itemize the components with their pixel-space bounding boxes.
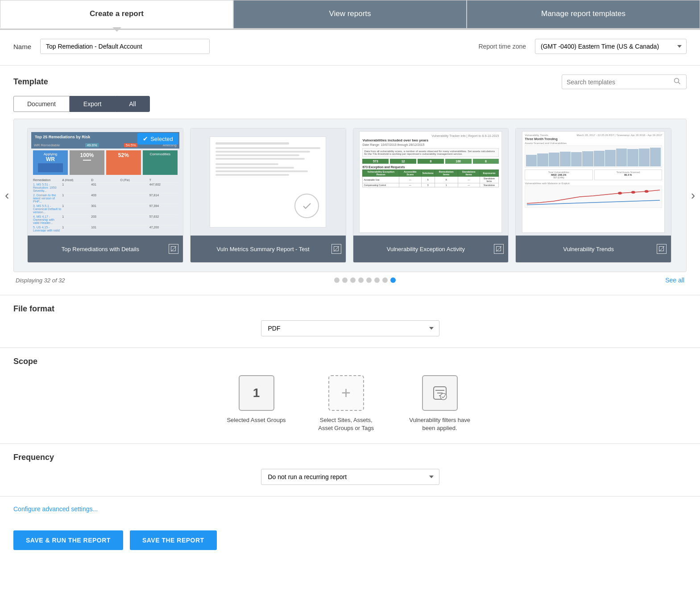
dot-4[interactable] xyxy=(358,277,364,283)
tab-all[interactable]: All xyxy=(115,96,150,112)
main-content: Name Report time zone (GMT -0400) Easter… xyxy=(0,30,700,568)
format-select[interactable]: PDF HTML XML CSV RTF xyxy=(261,320,439,336)
selected-badge: ✔ Selected xyxy=(137,133,178,145)
template-card-vuln-exception[interactable]: Vulnerability Tracker info | Report to 8… xyxy=(353,128,509,263)
tz-label: Report time zone xyxy=(478,43,526,50)
scope-item-vuln-filters[interactable]: Vulnerability filters have been applied. xyxy=(406,375,473,432)
file-format-title: File format xyxy=(13,304,54,313)
name-row: Name Report time zone (GMT -0400) Easter… xyxy=(13,39,687,54)
dot-5[interactable] xyxy=(366,277,372,283)
see-all-link[interactable]: See all xyxy=(665,277,684,284)
card-title-2: Vuln Metrics Summary Report - Test xyxy=(195,246,331,252)
template-card-vuln-trends[interactable]: Vulnerability Trends March 28, 2017 - 22… xyxy=(515,128,671,263)
frequency-section: Frequency Do not run a recurring report … xyxy=(13,453,687,485)
scope-section: Scope 1 Selected Asset Groups + Select S… xyxy=(13,357,687,432)
expand-icon-1[interactable] xyxy=(169,244,178,254)
asset-groups-icon-box: 1 xyxy=(239,375,274,411)
scope-item-asset-groups[interactable]: 1 Selected Asset Groups xyxy=(227,375,286,424)
name-label: Name xyxy=(13,43,31,50)
card-title-3: Vulnerability Exception Activity xyxy=(358,246,494,252)
pagination-row: Displaying 32 of 32 See all xyxy=(13,277,687,284)
card-footer-3: Vulnerability Exception Activity xyxy=(353,236,509,262)
dot-7[interactable] xyxy=(382,277,388,283)
card-image-3: Vulnerability Tracker info | Report to 8… xyxy=(353,128,509,236)
card-image-2 xyxy=(191,128,346,236)
name-input[interactable] xyxy=(40,39,210,54)
divider-2 xyxy=(0,295,700,295)
configure-link[interactable]: Configure advanced settings... xyxy=(13,505,687,513)
divider-5 xyxy=(0,496,700,497)
svg-point-9 xyxy=(631,191,635,194)
format-select-wrap: PDF HTML XML CSV RTF xyxy=(13,320,687,336)
card-footer-2: Vuln Metrics Summary Report - Test xyxy=(191,236,346,262)
carousel-inner: Top 25 Remediations by Risk WR Remediabl… xyxy=(27,128,673,263)
svg-point-8 xyxy=(618,192,622,194)
dot-1[interactable] xyxy=(334,277,340,283)
template-card-top-remediations[interactable]: Top 25 Remediations by Risk WR Remediabl… xyxy=(27,128,183,263)
card1-stats: Applying WR 100% ▬▬▬ 52% xyxy=(31,149,179,177)
template-section-header: Template xyxy=(13,74,687,89)
add-icon: + xyxy=(341,385,351,401)
template-card-vuln-metrics[interactable]: Vuln Metrics Summary Report - Test xyxy=(190,128,346,263)
svg-rect-2 xyxy=(171,247,175,251)
card-title-4: Vulnerability Trends xyxy=(520,246,657,252)
card-footer-4: Vulnerability Trends xyxy=(516,236,671,262)
svg-point-14 xyxy=(440,393,447,400)
dot-3[interactable] xyxy=(350,277,356,283)
add-sites-label: Select Sites, Assets, Asset Groups or Ta… xyxy=(313,416,380,432)
tab-export[interactable]: Export xyxy=(70,96,115,112)
freq-select-wrap: Do not run a recurring report Daily Week… xyxy=(13,469,687,485)
svg-rect-4 xyxy=(334,247,338,251)
carousel-next-button[interactable]: › xyxy=(691,188,695,203)
search-icon xyxy=(674,78,681,86)
add-sites-icon-box: + xyxy=(328,375,364,411)
svg-point-10 xyxy=(645,190,649,193)
svg-rect-11 xyxy=(659,247,664,251)
svg-line-1 xyxy=(678,82,680,84)
dot-6[interactable] xyxy=(374,277,380,283)
svg-rect-6 xyxy=(497,247,501,251)
nav-tab-create[interactable]: Create a report xyxy=(0,0,233,29)
frequency-select[interactable]: Do not run a recurring report Daily Week… xyxy=(261,469,439,485)
search-box xyxy=(562,74,687,89)
scope-item-add-sites[interactable]: + Select Sites, Assets, Asset Groups or … xyxy=(313,375,380,432)
asset-groups-number: 1 xyxy=(253,386,260,400)
vuln-filters-label: Vulnerability filters have been applied. xyxy=(406,416,473,432)
scope-title: Scope xyxy=(13,357,37,366)
dot-2[interactable] xyxy=(342,277,348,283)
file-format-section: File format PDF HTML XML CSV RTF xyxy=(13,304,687,336)
template-section-title: Template xyxy=(13,77,48,87)
nav-tab-view[interactable]: View reports xyxy=(233,0,467,29)
timezone-select[interactable]: (GMT -0400) Eastern Time (US & Canada) xyxy=(535,39,687,54)
asset-groups-label: Selected Asset Groups xyxy=(227,416,286,424)
vuln-filters-icon-box xyxy=(422,375,458,411)
nav-tab-manage[interactable]: Manage report templates xyxy=(467,0,700,29)
save-run-button[interactable]: SAVE & RUN THE REPORT xyxy=(13,530,123,550)
top-nav: Create a report View reports Manage repo… xyxy=(0,0,700,30)
expand-icon-4[interactable] xyxy=(657,244,667,254)
expand-icon-2[interactable] xyxy=(331,244,341,254)
card-title-1: Top Remediations with Details xyxy=(32,246,169,252)
card-footer-1: Top Remediations with Details xyxy=(28,236,183,262)
displaying-text: Displaying 32 of 32 xyxy=(16,277,65,284)
carousel-prev-button[interactable]: ‹ xyxy=(5,188,9,203)
frequency-title: Frequency xyxy=(13,453,54,462)
expand-icon-3[interactable] xyxy=(494,244,504,254)
dot-8[interactable] xyxy=(390,277,396,283)
divider-4 xyxy=(0,443,700,444)
divider-1 xyxy=(0,65,700,66)
card1-table: RemediationA (Host)DO (Fix)T 1. MS 5.51 … xyxy=(31,177,179,232)
save-button[interactable]: SAVE THE REPORT xyxy=(130,530,217,550)
scope-icons: 1 Selected Asset Groups + Select Sites, … xyxy=(13,375,687,432)
divider-3 xyxy=(0,348,700,348)
tab-document[interactable]: Document xyxy=(13,96,70,112)
action-buttons: SAVE & RUN THE REPORT SAVE THE REPORT xyxy=(13,521,687,559)
template-carousel: ‹ Top 25 Remediations by Risk WR Remedia… xyxy=(13,119,687,272)
template-tabs: Document Export All xyxy=(13,96,687,112)
filter-icon xyxy=(432,385,448,401)
pagination-dots xyxy=(334,277,396,283)
card-image-4: Vulnerability Trends March 28, 2017 - 22… xyxy=(516,128,671,236)
card-image-1: Top 25 Remediations by Risk WR Remediabl… xyxy=(28,128,183,236)
search-input[interactable] xyxy=(567,79,674,86)
